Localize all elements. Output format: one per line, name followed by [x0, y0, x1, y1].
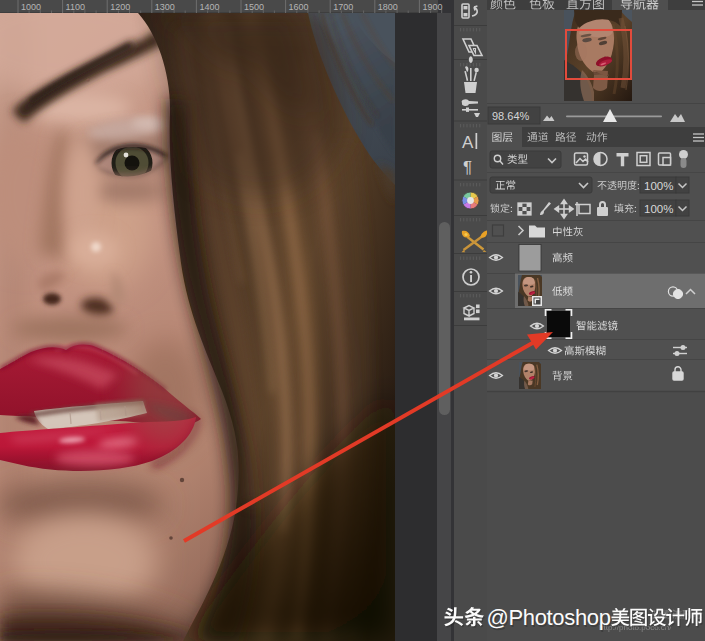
- svg-text:@Photoshop: @Photoshop: [487, 605, 611, 630]
